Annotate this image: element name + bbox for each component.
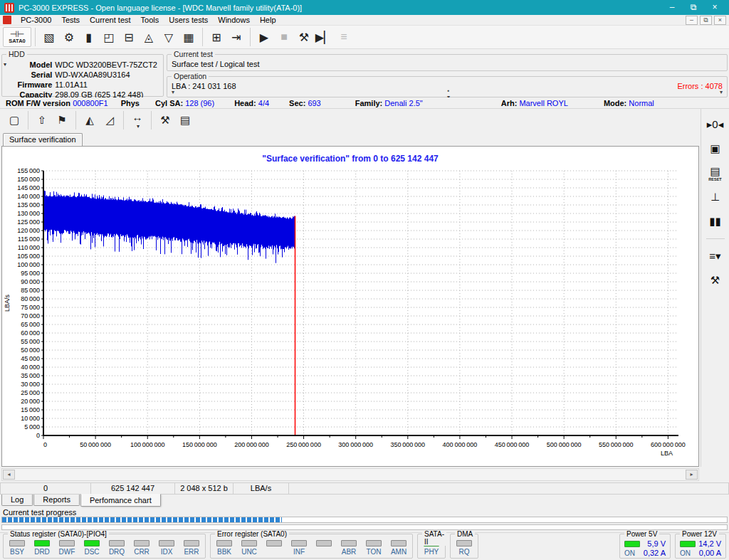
led-bsy: BSY <box>8 540 26 556</box>
svg-text:100 000: 100 000 <box>17 261 40 268</box>
tab-surface-verification[interactable]: Surface verification <box>3 133 83 146</box>
status-cylsa: Cyl SA: 128 (96) <box>155 99 214 107</box>
menu-tests[interactable]: Tests <box>56 15 85 26</box>
dropdown-arrow-icon[interactable]: ▾ <box>137 123 140 130</box>
led-label: TON <box>367 548 382 556</box>
copy-icon[interactable]: ⊞ <box>206 27 226 47</box>
led-label: CRR <box>134 548 150 556</box>
rom-chip-icon[interactable]: ▮ <box>79 27 99 47</box>
status-arh: Arh: Marvell ROYL <box>501 99 568 107</box>
database-icon[interactable]: ⊟ <box>119 27 139 47</box>
info-row: HDD ▾ ModelWDC WD3200BEVT-75ZCT2SerialWD… <box>0 49 729 97</box>
svg-text:95 000: 95 000 <box>21 270 40 277</box>
chart-tools-icon[interactable]: ⚒ <box>155 110 175 130</box>
hdd-dropdown-arrow[interactable]: ▾ <box>4 61 6 68</box>
svg-text:500 000 000: 500 000 000 <box>547 441 582 448</box>
chart-settings-icon[interactable]: ▢ <box>4 110 24 130</box>
blank-led-indicator <box>266 540 282 546</box>
chip-view-icon[interactable]: ▣ <box>705 139 726 159</box>
led-label: AMN <box>391 548 407 556</box>
errors-dropdown-arrow[interactable]: ▾ <box>677 90 723 95</box>
svg-text:300 000 000: 300 000 000 <box>338 441 373 448</box>
svg-text:110 000: 110 000 <box>18 244 40 251</box>
svg-text:125 000: 125 000 <box>17 218 40 226</box>
ABR-led-indicator <box>341 540 357 546</box>
stop-test-icon: ■ <box>274 27 294 47</box>
lba-dropdown-arrow[interactable]: ▾ <box>172 90 236 95</box>
status-cell-1: 625 142 447 <box>91 482 175 495</box>
surface-verification-chart[interactable]: 05 00010 00015 00020 00025 00030 00035 0… <box>2 167 697 458</box>
board-icon[interactable]: ◰ <box>99 27 119 47</box>
status-romfwversion: ROM F/W version 000800F1 <box>6 99 108 107</box>
DWF-led-indicator <box>59 540 75 546</box>
log-list-icon[interactable]: ≡▾ <box>705 246 726 266</box>
status-mode: Mode: Normal <box>604 99 654 107</box>
status-phys: Phys <box>121 99 140 107</box>
led-unc: UNC <box>240 540 258 556</box>
exit-utility-icon[interactable]: ⇥ <box>226 27 246 47</box>
range-select-icon[interactable]: ↔▾ <box>127 110 147 130</box>
sata0-port-button[interactable]: ⊣⊢SATA0 <box>3 27 31 47</box>
pc3000-menu-icon[interactable] <box>3 16 11 24</box>
led-dwf: DWF <box>58 540 76 556</box>
mdi-close-button[interactable]: × <box>714 16 726 25</box>
svg-text:105 000: 105 000 <box>17 253 40 260</box>
bottom-tab-reports[interactable]: Reports <box>33 495 80 506</box>
voltage-value: 5,9 V <box>647 539 666 549</box>
scroll-left-button[interactable]: ◂ <box>3 470 15 480</box>
line-chart-icon[interactable]: ◿ <box>100 110 120 130</box>
menu-pc-3000[interactable]: PC-3000 <box>16 15 56 26</box>
reset-drive-icon[interactable]: ▤RESET <box>705 163 726 183</box>
svg-text:400 000 000: 400 000 000 <box>443 441 478 448</box>
power-state: ON <box>680 549 691 558</box>
menu-tools[interactable]: Tools <box>136 15 164 26</box>
power-probe-icon[interactable]: ⊥ <box>705 187 726 207</box>
BSY-led-indicator <box>9 540 25 546</box>
recalibrate-zero-icon[interactable]: ▸0◂ <box>705 115 726 134</box>
progress-section: Current test progress <box>0 508 729 530</box>
led-blank <box>265 540 283 556</box>
menu-current-test[interactable]: Current test <box>85 15 135 26</box>
window-title: PC-3000 EXPRESS - Open language license … <box>19 4 658 12</box>
app-icon <box>4 3 14 13</box>
pc3000-window: PC-3000 EXPRESS - Open language license … <box>0 0 729 560</box>
step-forward-icon[interactable]: ▶▏ <box>314 27 334 47</box>
led-amn: AMN <box>389 540 408 556</box>
svg-text:15 000: 15 000 <box>21 406 40 413</box>
bottom-tab-perfomance-chart[interactable]: Perfomance chart <box>80 494 161 507</box>
settings-tools-icon[interactable]: ⚒ <box>705 270 726 290</box>
svg-text:600 000 000: 600 000 000 <box>651 441 686 448</box>
led-label: ABR <box>342 548 357 556</box>
utility-settings-save-icon[interactable]: ⚙ <box>59 27 79 47</box>
defect-table-icon[interactable]: ▦ <box>179 27 199 47</box>
menu-help[interactable]: Help <box>255 15 281 26</box>
head-map-icon[interactable]: ◬ <box>139 27 159 47</box>
menu-users-tests[interactable]: Users tests <box>164 15 213 26</box>
power-state: ON <box>624 549 635 558</box>
svg-text:LBA: LBA <box>661 450 673 457</box>
translator-icon[interactable]: ▽ <box>159 27 179 47</box>
bottom-tab-log[interactable]: Log <box>1 495 33 506</box>
close-button[interactable]: × <box>705 1 725 14</box>
report-view-icon[interactable]: ▤ <box>175 110 195 130</box>
area-chart-icon[interactable]: ◭ <box>80 110 100 130</box>
svg-text:40 000: 40 000 <box>21 364 40 371</box>
save-report-icon[interactable]: ⚑ <box>52 110 72 130</box>
DRD-led-indicator <box>34 540 50 546</box>
test-settings-icon[interactable]: ⚒ <box>294 27 314 47</box>
mdi-restore-button[interactable]: ⧉ <box>700 16 712 25</box>
restore-button[interactable]: ⧉ <box>683 1 703 14</box>
minimize-button[interactable]: – <box>662 1 682 14</box>
svg-text:75 000: 75 000 <box>21 304 40 311</box>
save-chart-icon[interactable]: ⇧ <box>32 110 52 130</box>
chart-toolbar: ▢⇧⚑◭◿↔▾⚒▤ <box>0 109 701 132</box>
right-toolbar: ▸0◂▣▤RESET⊥▮▮≡▾⚒ <box>701 109 729 467</box>
pause-icon[interactable]: ▮▮ <box>705 211 726 231</box>
scroll-right-button[interactable]: ▸ <box>686 470 698 480</box>
utility-start-icon[interactable]: ▧ <box>39 27 59 47</box>
menu-windows[interactable]: Windows <box>213 15 255 26</box>
mdi-minimize-button[interactable]: – <box>686 16 698 25</box>
error-register-group: Error register (SATA0)BBKUNCINFABRTONAMN <box>210 534 413 559</box>
chart-hscrollbar[interactable]: ◂ ▸ <box>1 468 699 481</box>
start-test-icon[interactable]: ▶ <box>254 27 274 47</box>
